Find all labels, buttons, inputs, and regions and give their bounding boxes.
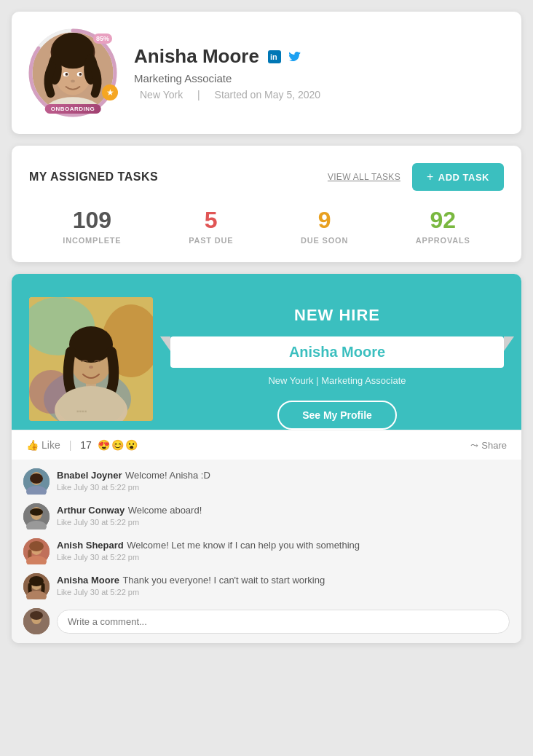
profile-title: Marketing Associate (134, 72, 504, 84)
svg-point-25 (69, 326, 113, 363)
stat-duesoon: 9 DUE SOON (301, 208, 348, 245)
newhire-text: NEW HIRE Anisha Moore New Yourk | Market… (170, 297, 504, 430)
onboarding-badge: ONBOARDING (45, 104, 101, 114)
emoji-3: 😮 (125, 439, 138, 451)
profile-info: Anisha Moore in Marketing Ass (134, 45, 504, 101)
newhire-label: NEW HIRE (170, 306, 504, 325)
comment-input-avatar (23, 608, 50, 634)
comment-avatar-1 (23, 503, 50, 529)
emoji-1: 😍 (98, 439, 110, 451)
share-button[interactable]: ⤳ Share (470, 440, 507, 451)
comment-row: Anish Shepard Welcome! Let me know if I … (23, 538, 510, 564)
comment-avatar-0 (23, 468, 50, 495)
comment-text-2: Welcome! Let me know if I can help you w… (127, 540, 360, 551)
comment-text-1: Welcome aboard! (128, 505, 202, 516)
comment-meta-3: Like July 30 at 5:22 pm (57, 588, 510, 596)
comment-body-3: Anisha Moore Thank you everyone! I can't… (57, 573, 510, 596)
stat-label-pastdue: PAST DUE (189, 236, 233, 245)
profile-card: 85% ONBOARDING ★ Anisha Moore in (12, 12, 521, 134)
emoji-reactions: 😍 😊 😮 (98, 439, 138, 451)
thumbs-up-icon: 👍 (26, 439, 39, 451)
comment-text-3: Thank you everyone! I can't wait to star… (122, 575, 325, 586)
star-badge: ★ (102, 84, 118, 101)
comment-author-1: Arthur Conway (57, 505, 125, 516)
stat-label-incomplete: INCOMPLETE (63, 236, 121, 245)
stat-approvals: 92 APPROVALS (416, 208, 470, 245)
share-icon: ⤳ (470, 440, 478, 451)
reactions-bar: 👍 Like | 17 😍 😊 😮 ⤳ Share (12, 430, 521, 460)
profile-location: New York | Started on May 5, 2020 (134, 89, 504, 101)
comment-author-0: Bnabel Joyner (57, 470, 122, 481)
add-task-button[interactable]: + ADD TASK (412, 163, 504, 191)
svg-point-31 (30, 473, 43, 484)
newhire-name: Anisha Moore (289, 344, 385, 360)
comment-avatar-3 (23, 573, 50, 599)
see-profile-button[interactable]: See My Profile (277, 401, 397, 430)
twitter-icon[interactable] (287, 49, 303, 65)
comment-input[interactable] (57, 610, 510, 634)
svg-point-35 (30, 508, 43, 516)
comment-meta-1: Like July 30 at 5:22 pm (57, 518, 510, 527)
divider: | (69, 439, 72, 451)
tasks-card: MY ASSIGNED TASKS VIEW ALL TASKS + ADD T… (12, 146, 521, 262)
svg-point-26 (89, 366, 93, 369)
comment-row: Anisha Moore Thank you everyone! I can't… (23, 573, 510, 599)
tasks-actions: VIEW ALL TASKS + ADD TASK (328, 163, 504, 191)
profile-name: Anisha Moore (134, 45, 259, 68)
comment-author-2: Anish Shepard (57, 540, 124, 551)
stat-pastdue: 5 PAST DUE (189, 208, 233, 245)
tasks-header: MY ASSIGNED TASKS VIEW ALL TASKS + ADD T… (29, 163, 504, 191)
stat-number-approvals: 92 (416, 208, 470, 232)
comment-input-row (23, 608, 510, 634)
comments-section: Bnabel Joyner Welcome! Anisha :D Like Ju… (12, 460, 521, 643)
comment-author-3: Anisha Moore (57, 575, 119, 586)
newhire-content: ▪▪▪▪ NEW HIRE Anisha Moore New Yourk | M… (29, 297, 504, 430)
newhire-name-banner: Anisha Moore (170, 336, 504, 368)
comment-text-0: Welcome! Anisha :D (125, 470, 210, 481)
progress-percent: 85% (93, 34, 112, 44)
tasks-title: MY ASSIGNED TASKS (29, 170, 158, 184)
emoji-2: 😊 (111, 439, 124, 451)
view-all-link[interactable]: VIEW ALL TASKS (328, 172, 400, 182)
stat-number-incomplete: 109 (63, 208, 121, 232)
stat-number-duesoon: 9 (301, 208, 348, 232)
comment-row: Arthur Conway Welcome aboard! Like July … (23, 503, 510, 529)
stat-number-pastdue: 5 (189, 208, 233, 232)
comment-row: Bnabel Joyner Welcome! Anisha :D Like Ju… (23, 468, 510, 495)
like-button[interactable]: 👍 Like (26, 439, 60, 451)
comment-meta-0: Like July 30 at 5:22 pm (57, 483, 510, 492)
comment-body-0: Bnabel Joyner Welcome! Anisha :D Like Ju… (57, 468, 510, 492)
avatar-wrapper: 85% ONBOARDING ★ (29, 29, 117, 117)
newhire-card: ▪▪▪▪ NEW HIRE Anisha Moore New Yourk | M… (12, 274, 521, 643)
reactions-count: 17 (80, 439, 92, 451)
plus-icon: + (427, 170, 434, 184)
newhire-location: New Yourk | Marketing Associate (170, 375, 504, 386)
newhire-photo: ▪▪▪▪ (29, 297, 153, 421)
comment-meta-2: Like July 30 at 5:22 pm (57, 553, 510, 562)
stat-label-approvals: APPROVALS (416, 236, 470, 245)
tasks-stats: 109 INCOMPLETE 5 PAST DUE 9 DUE SOON 92 … (29, 208, 504, 245)
svg-point-47 (30, 611, 43, 620)
stat-label-duesoon: DUE SOON (301, 236, 348, 245)
svg-point-39 (29, 541, 44, 551)
comment-avatar-2 (23, 538, 50, 564)
comment-body-1: Arthur Conway Welcome aboard! Like July … (57, 503, 510, 527)
linkedin-icon[interactable]: in (266, 49, 283, 65)
comment-body-2: Anish Shepard Welcome! Let me know if I … (57, 538, 510, 562)
svg-text:in: in (270, 52, 277, 61)
svg-text:▪▪▪▪: ▪▪▪▪ (76, 407, 87, 415)
stat-incomplete: 109 INCOMPLETE (63, 208, 121, 245)
